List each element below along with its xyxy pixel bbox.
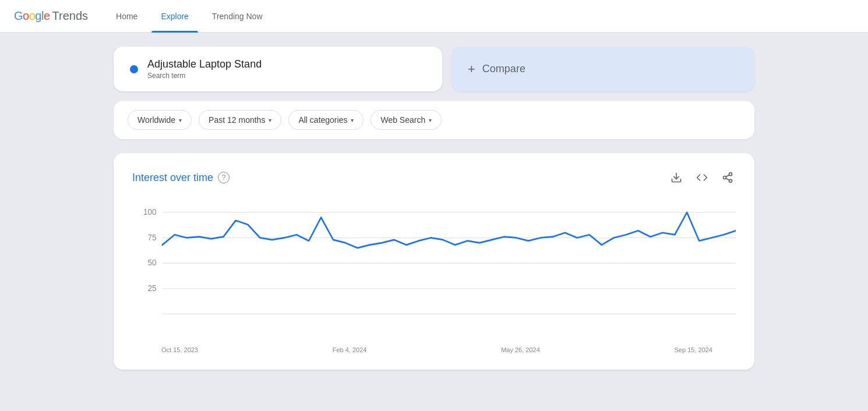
download-button[interactable] bbox=[668, 169, 684, 186]
nav-trending[interactable]: Trending Now bbox=[203, 7, 272, 26]
header: Google Trends Home Explore Trending Now bbox=[0, 0, 868, 33]
help-icon[interactable]: ? bbox=[218, 172, 230, 183]
chevron-down-icon: ▾ bbox=[429, 117, 432, 123]
x-label-4: Sep 15, 2024 bbox=[675, 346, 712, 353]
chevron-down-icon: ▾ bbox=[179, 117, 182, 123]
x-label-1: Oct 15, 2023 bbox=[161, 346, 198, 353]
compare-card[interactable]: + Compare bbox=[451, 47, 754, 91]
compare-label: Compare bbox=[482, 63, 525, 75]
search-term-card: Adjustable Laptop Stand Search term bbox=[114, 47, 442, 91]
svg-text:25: 25 bbox=[147, 284, 156, 293]
x-label-3: May 26, 2024 bbox=[501, 346, 540, 353]
svg-text:50: 50 bbox=[147, 258, 156, 267]
filter-category-label: All categories bbox=[298, 115, 347, 125]
search-term-subtitle: Search term bbox=[147, 72, 262, 80]
interest-chart: 100 75 50 25 bbox=[132, 200, 736, 339]
trends-label: Trends bbox=[52, 9, 89, 23]
svg-text:75: 75 bbox=[147, 232, 156, 242]
svg-line-4 bbox=[726, 178, 729, 180]
nav-home[interactable]: Home bbox=[107, 7, 147, 26]
filter-region-label: Worldwide bbox=[137, 115, 175, 125]
filter-row: Worldwide ▾ Past 12 months ▾ All categor… bbox=[114, 101, 754, 139]
share-button[interactable] bbox=[719, 169, 736, 186]
x-label-2: Feb 4, 2024 bbox=[333, 346, 367, 353]
nav-explore[interactable]: Explore bbox=[151, 7, 197, 26]
google-trends-logo[interactable]: Google Trends bbox=[14, 9, 88, 23]
search-term-dot bbox=[130, 65, 138, 73]
filter-region[interactable]: Worldwide ▾ bbox=[128, 110, 192, 130]
filter-time[interactable]: Past 12 months ▾ bbox=[199, 110, 281, 130]
svg-line-5 bbox=[726, 175, 729, 176]
search-term-title: Adjustable Laptop Stand bbox=[147, 58, 262, 70]
chart-header: Interest over time ? bbox=[132, 169, 736, 186]
main-nav: Home Explore Trending Now bbox=[107, 7, 271, 26]
filter-category[interactable]: All categories ▾ bbox=[288, 110, 364, 130]
filter-type[interactable]: Web Search ▾ bbox=[371, 110, 442, 130]
embed-button[interactable] bbox=[694, 169, 710, 186]
search-compare-row: Adjustable Laptop Stand Search term + Co… bbox=[114, 47, 754, 91]
svg-text:100: 100 bbox=[143, 207, 157, 217]
filter-type-label: Web Search bbox=[380, 115, 425, 125]
filter-time-label: Past 12 months bbox=[209, 115, 265, 125]
compare-plus-icon: + bbox=[468, 62, 475, 77]
chart-container: 100 75 50 25 bbox=[132, 200, 736, 342]
chart-actions bbox=[668, 169, 736, 186]
chevron-down-icon: ▾ bbox=[351, 117, 354, 123]
chevron-down-icon: ▾ bbox=[269, 117, 271, 123]
chart-title: Interest over time bbox=[132, 172, 213, 184]
x-axis-labels: Oct 15, 2023 Feb 4, 2024 May 26, 2024 Se… bbox=[132, 342, 736, 353]
chart-card: Interest over time ? bbox=[114, 153, 754, 370]
main-content: Adjustable Laptop Stand Search term + Co… bbox=[114, 33, 754, 384]
